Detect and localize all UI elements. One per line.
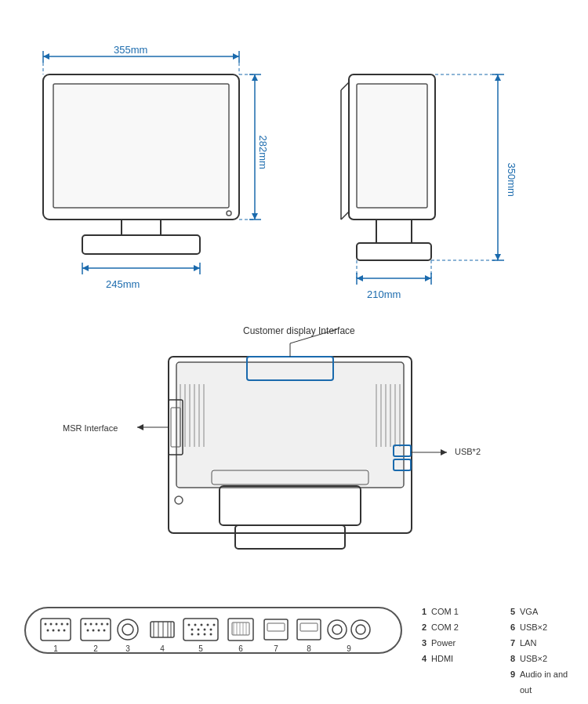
svg-rect-69 — [394, 459, 411, 470]
svg-line-33 — [341, 212, 349, 220]
svg-text:9: 9 — [347, 644, 351, 653]
svg-rect-67 — [171, 408, 180, 447]
svg-rect-53 — [235, 525, 345, 549]
dim-label-355mm: 355mm — [114, 44, 147, 56]
svg-rect-51 — [247, 357, 333, 380]
svg-rect-129 — [267, 623, 285, 631]
svg-point-99 — [118, 619, 138, 640]
svg-marker-23 — [194, 265, 200, 271]
dim-label-282mm: 282mm — [257, 136, 269, 169]
svg-text:3: 3 — [125, 644, 130, 653]
svg-marker-44 — [425, 275, 431, 281]
legend-num-6: 6 — [504, 619, 515, 635]
legend-num-3: 3 — [416, 635, 426, 651]
dim-label-245mm: 245mm — [106, 278, 140, 290]
svg-marker-75 — [137, 424, 143, 430]
svg-text:2: 2 — [93, 644, 98, 653]
legend-section: 1 COM 1 5 VGA 2 COM 2 6 USB×2 3 Power 7 … — [416, 604, 580, 698]
svg-point-86 — [53, 630, 55, 632]
svg-point-87 — [58, 630, 60, 632]
svg-point-114 — [198, 629, 200, 631]
svg-rect-79 — [41, 619, 71, 640]
svg-point-97 — [98, 630, 100, 632]
legend-text-5: VGA — [520, 604, 580, 619]
svg-point-91 — [90, 623, 93, 626]
legend-text-4: HDMI — [431, 651, 492, 666]
usb2-label: USB*2 — [455, 447, 481, 456]
svg-point-90 — [85, 623, 87, 626]
svg-point-88 — [64, 630, 66, 632]
svg-point-92 — [96, 623, 98, 626]
svg-point-85 — [47, 630, 49, 632]
svg-rect-107 — [183, 619, 218, 640]
svg-marker-8 — [43, 53, 49, 60]
svg-rect-27 — [357, 84, 427, 208]
svg-point-133 — [332, 625, 342, 634]
svg-rect-52 — [220, 486, 361, 525]
svg-point-82 — [56, 623, 58, 626]
msr-interface-label: MSR Interface — [63, 423, 118, 433]
svg-marker-16 — [252, 213, 258, 220]
svg-point-108 — [188, 624, 191, 626]
svg-rect-128 — [264, 619, 288, 640]
svg-rect-101 — [151, 622, 174, 637]
svg-point-116 — [210, 629, 212, 631]
svg-point-6 — [227, 211, 231, 216]
svg-marker-77 — [441, 449, 447, 455]
svg-point-83 — [61, 623, 64, 626]
svg-point-84 — [67, 623, 69, 626]
legend-num-4: 4 — [416, 651, 426, 666]
svg-rect-26 — [349, 74, 435, 220]
svg-point-115 — [204, 629, 206, 631]
svg-rect-68 — [394, 445, 411, 456]
legend-text-9: Audio in and out — [520, 666, 580, 698]
dim-label-350mm: 350mm — [506, 163, 517, 197]
svg-rect-131 — [300, 623, 318, 631]
svg-point-93 — [101, 623, 103, 626]
svg-rect-0 — [43, 74, 239, 220]
svg-point-81 — [50, 623, 53, 626]
legend-num-9-spacer — [416, 666, 426, 698]
svg-text:1: 1 — [53, 644, 58, 653]
svg-point-98 — [103, 630, 106, 632]
svg-rect-89 — [81, 619, 111, 640]
svg-point-119 — [204, 633, 206, 636]
legend-text-6: USB×2 — [520, 619, 580, 635]
svg-text:7: 7 — [274, 644, 278, 653]
customer-display-label: Customer display Interface — [243, 325, 355, 336]
legend-num-5: 5 — [504, 604, 515, 619]
svg-rect-31 — [357, 243, 431, 260]
legend-num-2: 2 — [416, 619, 426, 635]
svg-marker-15 — [252, 74, 258, 81]
svg-marker-36 — [495, 74, 501, 81]
svg-marker-37 — [495, 254, 501, 260]
legend-text-3: Power — [431, 635, 492, 651]
svg-rect-5 — [82, 235, 200, 254]
legend-num-1: 1 — [416, 604, 426, 619]
svg-rect-49 — [169, 357, 412, 533]
legend-text-8: USB×2 — [520, 651, 580, 666]
legend-text-1: COM 1 — [431, 604, 492, 619]
legend-num-7: 7 — [504, 635, 515, 651]
svg-point-113 — [191, 629, 194, 631]
svg-point-132 — [328, 620, 347, 639]
svg-rect-121 — [228, 619, 253, 640]
svg-rect-122 — [232, 622, 249, 635]
svg-rect-50 — [176, 362, 404, 488]
svg-rect-78 — [25, 608, 401, 653]
legend-num-9: 9 — [504, 666, 515, 698]
svg-point-100 — [122, 624, 133, 635]
svg-rect-130 — [297, 619, 321, 640]
legend-text-7: LAN — [520, 635, 580, 651]
svg-point-96 — [93, 630, 95, 632]
svg-text:5: 5 — [198, 644, 203, 653]
svg-point-120 — [210, 633, 212, 636]
svg-point-95 — [87, 630, 89, 632]
legend-text-2: COM 2 — [431, 619, 492, 635]
svg-point-134 — [351, 620, 370, 639]
svg-point-117 — [191, 633, 194, 636]
svg-point-135 — [356, 625, 365, 634]
svg-point-111 — [207, 624, 209, 626]
svg-point-80 — [45, 623, 47, 626]
svg-rect-66 — [169, 400, 183, 455]
